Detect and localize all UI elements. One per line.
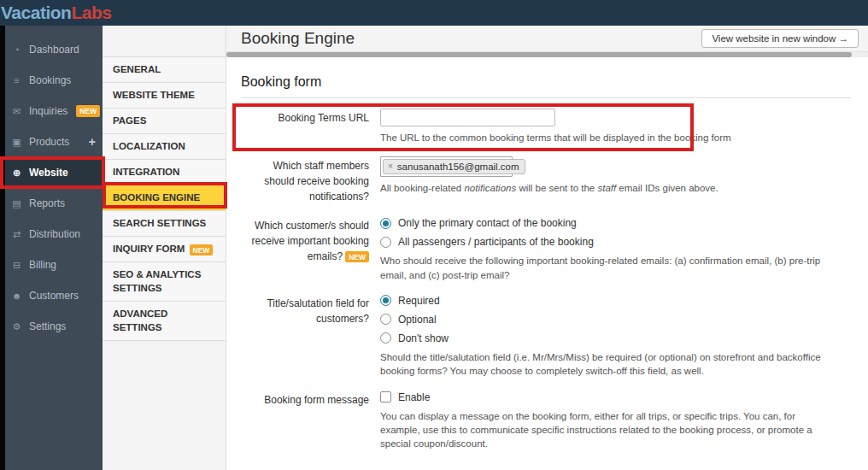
new-badge: NEW [190, 244, 214, 256]
sidebar-item-reports[interactable]: ▤ Reports [5, 188, 103, 219]
bookings-icon: ≡ [11, 75, 22, 85]
page-header: Booking Engine View website in new windo… [226, 26, 868, 52]
sidebar-item-label: Products [29, 136, 69, 148]
radio-selected-icon [380, 295, 391, 306]
salutation-field-row: Title/salutation field for customers? Re… [241, 294, 851, 379]
email-chip-text: sanusanath156@gmail.com [397, 162, 519, 172]
booking-form-message-label: Booking form message [241, 391, 369, 451]
customers-icon: ☻ [11, 291, 22, 301]
radio-selected-icon [380, 218, 391, 229]
booking-terms-url-input[interactable] [380, 109, 555, 126]
reports-icon: ▤ [11, 198, 22, 209]
nav-item-localization[interactable]: LOCALIZATION [103, 134, 226, 160]
nav-item-pages[interactable]: PAGES [103, 109, 226, 134]
remove-email-icon[interactable]: × [388, 162, 393, 171]
radio-unselected-icon [380, 332, 391, 344]
sidebar-item-label: Inquiries [29, 105, 67, 117]
sidebar-item-website[interactable]: ⊕ Website [5, 157, 103, 188]
customer-emails-label: Which customer/s should receive importan… [241, 216, 369, 282]
settings-icon: ⚙ [11, 321, 22, 332]
new-badge: NEW [76, 105, 100, 116]
staff-notifications-row: Which staff members should receive booki… [241, 156, 851, 204]
sidebar-item-label: Reports [29, 197, 65, 209]
nav-item-inquiry-form[interactable]: INQUIRY FORM NEW [103, 237, 226, 262]
staff-notifications-label: Which staff members should receive booki… [241, 156, 369, 204]
staff-email-tag-input[interactable]: × sanusanath156@gmail.com [380, 156, 513, 177]
email-chip: × sanusanath156@gmail.com [383, 159, 525, 174]
sidebar-item-label: Dashboard [29, 44, 79, 56]
sidebar-item-label: Customers [29, 290, 79, 302]
sidebar-item-settings[interactable]: ⚙ Settings [5, 311, 103, 342]
salutation-field-label: Title/salutation field for customers? [241, 294, 369, 379]
top-bar: VacationLabs [0, 0, 868, 26]
booking-terms-url-row: Booking Terms URL The URL to the common … [241, 109, 851, 144]
website-icon: ⊕ [11, 167, 22, 179]
billing-icon: ⊟ [11, 260, 22, 271]
sidebar-item-label: Billing [29, 259, 56, 271]
sidebar-item-dashboard[interactable]: ◔ Dashboard [5, 34, 103, 65]
sidebar-item-label: Settings [29, 320, 66, 332]
sidebar-item-billing[interactable]: ⊟ Billing [5, 250, 103, 280]
scrollbar-thumb[interactable] [226, 52, 852, 57]
nav-item-advanced-settings[interactable]: ADVANCED SETTINGS [103, 302, 226, 341]
sidebar-item-label: Bookings [29, 74, 71, 86]
sidebar-item-bookings[interactable]: ≡ Bookings [5, 65, 103, 96]
checkbox-unchecked-icon [380, 391, 391, 402]
distribution-icon: ⇄ [11, 229, 22, 240]
sidebar-item-label: Distribution [29, 228, 80, 240]
dashboard-icon: ◔ [11, 44, 22, 55]
main-panel: Booking Engine View website in new windo… [226, 26, 868, 470]
sidebar-item-products[interactable]: ▣ Products + [5, 126, 103, 157]
enable-message-checkbox[interactable]: Enable [380, 391, 833, 404]
nav-item-booking-engine[interactable]: BOOKING ENGINE [103, 185, 226, 211]
booking-terms-url-label: Booking Terms URL [241, 109, 369, 144]
nav-item-integration[interactable]: INTEGRATION [103, 160, 226, 185]
radio-optional[interactable]: Optional [380, 313, 833, 326]
booking-engine-content: Booking form Booking Terms URL The URL t… [226, 57, 868, 470]
salutation-field-help: Should the title/salutation field (i.e. … [380, 350, 833, 379]
products-icon: ▣ [11, 137, 22, 148]
customer-emails-row: Which customer/s should receive importan… [241, 216, 851, 282]
nav-item-search-settings[interactable]: SEARCH SETTINGS [103, 211, 226, 237]
radio-unselected-icon [380, 314, 391, 325]
sidebar-item-distribution[interactable]: ⇄ Distribution [5, 219, 103, 250]
nav-item-general[interactable]: GENERAL [103, 57, 226, 83]
staff-notifications-help: All booking-related notifications will b… [380, 181, 718, 195]
nav-item-seo-analytics-settings[interactable]: SEO & ANALYTICS SETTINGS [103, 262, 226, 302]
horizontal-scrollbar[interactable] [226, 52, 868, 57]
booking-form-message-help: You can display a message on the booking… [380, 409, 833, 451]
website-settings-nav: GENERAL WEBSITE THEME PAGES LOCALIZATION… [103, 26, 226, 470]
view-website-button[interactable]: View website in new window → [701, 29, 859, 48]
radio-unselected-icon [380, 237, 391, 248]
vacationlabs-logo: VacationLabs [1, 0, 111, 26]
page-title: Booking Engine [241, 29, 355, 48]
sidebar-item-customers[interactable]: ☻ Customers [5, 280, 103, 311]
booking-form-message-row: Booking form message Enable You can disp… [241, 391, 851, 451]
logo-part-labs: Labs [71, 3, 111, 22]
primary-sidebar: ◔ Dashboard ≡ Bookings ✉ Inquiries NEW ▣… [5, 26, 103, 470]
nav-item-website-theme[interactable]: WEBSITE THEME [103, 83, 226, 109]
sidebar-item-inquiries[interactable]: ✉ Inquiries NEW [5, 96, 103, 126]
customer-emails-help: Who should receive the following importa… [380, 254, 833, 282]
radio-dont-show[interactable]: Don't show [380, 332, 833, 345]
add-product-icon[interactable]: + [89, 135, 96, 149]
booking-terms-url-help: The URL to the common booking terms that… [380, 131, 731, 144]
radio-all-passengers[interactable]: All passengers / participants of the boo… [380, 235, 833, 249]
inquiries-icon: ✉ [11, 106, 22, 117]
logo-part-vacation: Vacation [1, 3, 71, 22]
radio-primary-contact-only[interactable]: Only the primary contact of the booking [380, 216, 833, 230]
section-title-booking-form: Booking form [241, 74, 851, 98]
new-badge: NEW [345, 251, 369, 262]
radio-required[interactable]: Required [380, 294, 833, 308]
sidebar-item-label: Website [29, 167, 68, 179]
